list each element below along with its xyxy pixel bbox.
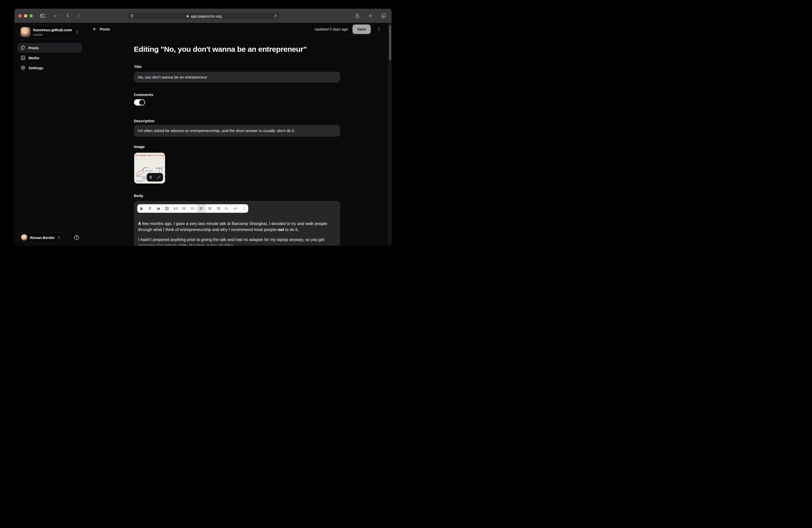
user-menu-button[interactable]: Ronan Berder <box>18 232 64 243</box>
rich-text-toolbar: BIHTx <box>137 204 248 213</box>
toolbar-divider <box>49 13 49 18</box>
sidebar-item-posts[interactable]: Posts <box>18 43 82 53</box>
comments-label: Comments <box>134 92 340 97</box>
toolbar-heading-button[interactable]: H <box>154 204 163 213</box>
sidebar-item-settings[interactable]: Settings <box>18 63 82 73</box>
chevrons-up-down-icon <box>57 235 61 239</box>
url-text[interactable]: app.pagescms.org <box>191 14 221 18</box>
image-field: Image TAD MORE ABOUT OUTCOMES <box>134 145 340 184</box>
comments-field: Comments <box>134 92 340 105</box>
zoom-window-button[interactable] <box>29 14 33 17</box>
body-content[interactable]: A few months ago, I gave a very last min… <box>134 216 340 246</box>
posts-icon <box>20 45 26 50</box>
toolbar-bullet-list-button[interactable] <box>180 204 188 213</box>
editor-scroll-area: Editing "No, you don't wanna be an entre… <box>86 35 388 246</box>
svg-text:TAD MORE ABOUT OUTCOMES: TAD MORE ABOUT OUTCOMES <box>135 154 165 157</box>
svg-text:PAYOUT: PAYOUT <box>136 180 143 182</box>
back-label: Posts <box>100 27 110 31</box>
browser-window: app.pagescms.org hunvreus.gith <box>14 9 392 246</box>
toolbar-bold-button[interactable]: B <box>137 204 146 213</box>
body-label: Body <box>134 193 340 198</box>
toolbar-align-left-button[interactable] <box>197 204 205 213</box>
close-window-button[interactable] <box>18 14 22 17</box>
toolbar-code-button[interactable] <box>231 204 240 213</box>
svg-text:LIT: LIT <box>162 182 165 184</box>
toolbar-clear-format-button[interactable]: Tx <box>222 204 231 213</box>
title-input[interactable] <box>134 72 340 83</box>
toolbar-italic-button[interactable]: I <box>146 204 154 213</box>
svg-text:MUCHO: MUCHO <box>156 167 162 169</box>
comments-toggle[interactable] <box>134 99 145 105</box>
page-header: Posts Updated 5 days ago Save <box>86 23 392 35</box>
repo-branch: master <box>33 33 73 36</box>
user-name: Ronan Berder <box>30 235 55 240</box>
tab-overview-icon[interactable] <box>379 12 387 20</box>
toolbar-align-center-button[interactable] <box>205 204 214 213</box>
image-actions <box>147 173 163 181</box>
title-field: Title <box>134 64 340 83</box>
address-bar[interactable]: app.pagescms.org <box>128 13 279 19</box>
sidebar-item-media[interactable]: Media <box>18 53 82 62</box>
page-title: Editing "No, you don't wanna be an entre… <box>134 44 340 54</box>
sidebar: hunvreus.github.com master Posts <box>14 23 86 246</box>
settings-icon <box>20 65 26 70</box>
description-input[interactable] <box>134 125 340 136</box>
updated-timestamp: Updated 5 days ago <box>315 27 348 31</box>
scrollbar-thumb[interactable] <box>389 25 391 60</box>
svg-text:CEO: CEO <box>144 167 148 168</box>
main-panel: Posts Updated 5 days ago Save Editing "N… <box>86 23 392 246</box>
sidebar-item-label: Settings <box>29 66 43 70</box>
svg-text:T: T <box>225 207 227 210</box>
media-icon <box>20 55 26 60</box>
help-icon[interactable] <box>74 235 79 240</box>
reader-icon[interactable] <box>130 14 134 18</box>
reload-icon[interactable] <box>274 14 277 18</box>
minimize-window-button[interactable] <box>24 14 27 17</box>
share-icon[interactable] <box>353 12 361 20</box>
save-button[interactable]: Save <box>352 25 371 34</box>
browser-toolbar: app.pagescms.org <box>14 9 392 23</box>
sidebar-item-label: Media <box>29 56 39 60</box>
repo-avatar <box>20 27 30 37</box>
image-label: Image <box>134 145 340 149</box>
delete-image-button[interactable] <box>147 173 155 181</box>
user-avatar <box>21 234 28 241</box>
more-options-icon[interactable] <box>375 26 382 32</box>
sidebar-toggle-icon[interactable] <box>39 12 46 19</box>
sidebar-item-label: Posts <box>29 46 39 50</box>
body-paragraph: I hadn't prepared anything prior to givi… <box>138 236 336 246</box>
repo-switcher[interactable]: hunvreus.github.com master <box>18 25 82 39</box>
back-arrow-icon <box>92 27 97 31</box>
image-thumbnail[interactable]: TAD MORE ABOUT OUTCOMES CEO NOT CEO 10 Y… <box>134 152 165 184</box>
toolbar-more-button[interactable] <box>240 204 248 213</box>
body-field: Body BIHTx A few months ago, I gave a ve… <box>134 193 340 246</box>
sidebar-nav: Posts Media Settings <box>18 43 82 73</box>
forward-button[interactable] <box>75 12 83 19</box>
repo-name: hunvreus.github.com <box>33 28 73 32</box>
description-field: Description <box>134 119 340 136</box>
back-button[interactable] <box>64 12 72 19</box>
lock-icon <box>186 14 189 18</box>
svg-text:x: x <box>227 208 228 210</box>
toolbar-link-button[interactable] <box>171 204 180 213</box>
new-tab-icon[interactable] <box>366 12 374 20</box>
body-paragraph: A few months ago, I gave a very last min… <box>138 220 336 233</box>
chevrons-up-down-icon <box>75 30 79 34</box>
tab-group-chevron-icon[interactable] <box>52 12 59 19</box>
toolbar-ordered-list-button[interactable] <box>188 204 197 213</box>
traffic-lights <box>18 14 33 17</box>
svg-text:NOT CEO: NOT CEO <box>145 170 153 172</box>
edit-image-button[interactable] <box>155 173 163 181</box>
back-to-posts-button[interactable]: Posts <box>92 27 110 31</box>
page-scrollbar[interactable] <box>388 23 392 246</box>
description-label: Description <box>134 119 340 123</box>
rich-text-editor[interactable]: BIHTx A few months ago, I gave a very la… <box>134 201 340 246</box>
toolbar-align-right-button[interactable] <box>214 204 222 213</box>
title-label: Title <box>134 64 340 69</box>
toolbar-image-button[interactable] <box>163 204 171 213</box>
